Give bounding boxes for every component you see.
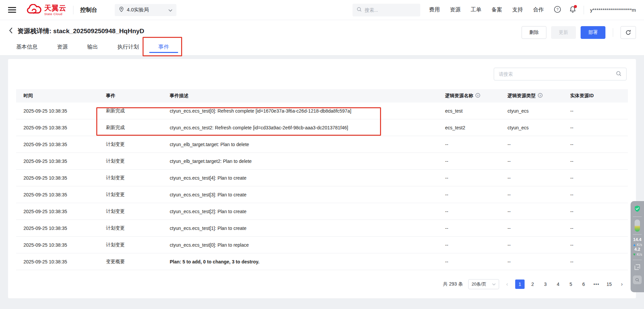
menu-item-tickets[interactable]: 工单 [471, 6, 481, 13]
column-header-time: 时间 [16, 93, 99, 99]
cell-description: ctyun_elb_target.target: Plan to delete [162, 142, 438, 147]
cell-type: -- [500, 242, 563, 248]
page-button-5[interactable]: 5 [566, 280, 576, 289]
chevron-down-icon [492, 283, 496, 286]
brand-name: 天翼云 State Cloud [44, 4, 66, 16]
cell-type: -- [500, 192, 563, 197]
cell-id: -- [563, 259, 628, 264]
cell-event: 计划变更 [99, 225, 162, 231]
page: 天翼云 State Cloud 控制台 4.0实验局 [0, 0, 644, 309]
notification-badge [574, 5, 577, 8]
help-circle-icon[interactable]: ? [538, 93, 543, 99]
delete-button[interactable]: 删除 [522, 26, 546, 39]
side-monitor-widget: 14.4 ▲K/s 4.2 ▼K/s [631, 201, 644, 292]
table-row: 2025-09-25 10:38:35变更概要Plan: 5 to add, 0… [16, 253, 628, 270]
screenshot-crop-icon[interactable] [634, 263, 641, 272]
cell-type: -- [500, 175, 563, 181]
tab-events[interactable]: 事件 [158, 39, 169, 55]
cell-description: ctyun_elb_target.target2: Plan to delete [162, 159, 438, 164]
cell-name: -- [438, 142, 500, 147]
page-button-3[interactable]: 3 [541, 280, 550, 289]
region-selector[interactable]: 4.0实验局 [115, 4, 176, 16]
cell-id: -- [563, 125, 628, 130]
table-row: 2025-09-25 10:38:35计划变更ctyun_elb_target.… [16, 153, 628, 170]
pagination-total: 共 293 条 [443, 281, 463, 287]
events-table: 时间 事件 事件描述 逻辑资源名称 ? 逻辑资源类型 ? 实体资源ID 202 [16, 89, 628, 270]
cell-id: -- [563, 192, 628, 197]
menu-item-filing[interactable]: 备案 [491, 6, 502, 13]
cell-time: 2025-09-25 10:38:35 [16, 159, 99, 164]
up-arrow-icon: ▲ [633, 243, 636, 247]
status-capsule-icon[interactable] [635, 220, 640, 232]
menu-item-resources[interactable]: 资源 [450, 6, 461, 13]
table-header-row: 时间 事件 事件描述 逻辑资源名称 ? 逻辑资源类型 ? 实体资源ID [16, 89, 628, 103]
back-icon[interactable] [9, 27, 13, 35]
shield-check-icon[interactable] [634, 205, 641, 214]
page-button-15[interactable]: 15 [604, 280, 614, 289]
cell-type: ctyun_ecs [500, 125, 563, 130]
cell-name: -- [438, 175, 500, 181]
console-label[interactable]: 控制台 [80, 6, 97, 14]
cell-id: -- [563, 159, 628, 164]
update-button[interactable]: 更新 [551, 26, 576, 39]
global-search-input[interactable] [365, 7, 412, 13]
cell-time: 2025-09-25 10:38:35 [16, 175, 99, 181]
global-search[interactable] [353, 4, 420, 16]
menu-item-support[interactable]: 支持 [512, 6, 523, 13]
cell-type: ctyun_ecs [500, 108, 563, 114]
page-size-select[interactable]: 20条/页 [468, 279, 499, 289]
help-icon[interactable]: ? [554, 6, 561, 14]
page-button-4[interactable]: 4 [553, 280, 563, 289]
cell-id: -- [563, 175, 628, 181]
tab-exec-plan[interactable]: 执行计划 [117, 39, 139, 55]
cell-description: ctyun_ecs.ecs_test[4]: Plan to create [162, 175, 438, 181]
table-search[interactable] [494, 68, 627, 80]
menu-item-cooperation[interactable]: 合作 [533, 6, 544, 13]
tab-resources[interactable]: 资源 [57, 39, 68, 55]
prev-page-button[interactable]: ‹ [503, 281, 511, 287]
cell-type: -- [500, 159, 563, 164]
table-body: 2025-09-25 10:38:35刷新完成ctyun_ecs.ecs_tes… [16, 103, 628, 270]
cell-event: 计划变更 [99, 141, 162, 147]
cell-event: 计划变更 [99, 208, 162, 214]
pagination: 共 293 条 20条/页 ‹ 123456•••15 › [443, 279, 626, 289]
down-arrow-icon: ▼ [633, 252, 636, 257]
magnifier-button[interactable] [633, 275, 642, 284]
cell-description: ctyun_ecs.ecs_test[2]: Plan to create [162, 209, 438, 214]
next-page-button[interactable]: › [618, 281, 626, 287]
tab-outputs[interactable]: 输出 [87, 39, 98, 55]
cell-description: ctyun_ecs.ecs_test[3]: Plan to create [162, 192, 438, 197]
notification-bell-icon[interactable] [569, 6, 576, 14]
cell-name: -- [438, 192, 500, 197]
page-button-6[interactable]: 6 [579, 280, 588, 289]
cloud-logo-icon [26, 4, 42, 16]
cell-time: 2025-09-25 10:38:35 [16, 125, 99, 130]
cell-description: Plan: 5 to add, 0 to change, 3 to destro… [162, 259, 438, 264]
brand-logo[interactable]: 天翼云 State Cloud [26, 4, 66, 16]
table-search-input[interactable] [499, 71, 616, 77]
region-label: 4.0实验局 [127, 7, 166, 13]
search-icon[interactable] [616, 71, 622, 78]
tab-basic-info[interactable]: 基本信息 [16, 39, 38, 55]
menu-item-billing[interactable]: 费用 [429, 6, 440, 13]
page-button-2[interactable]: 2 [528, 280, 537, 289]
account-username[interactable]: y********************m [590, 7, 636, 13]
page-size-value: 20条/页 [472, 281, 490, 287]
cell-time: 2025-09-25 10:38:35 [16, 192, 99, 197]
brand-name-en: State Cloud [44, 12, 66, 16]
cell-name: -- [438, 242, 500, 248]
deploy-button[interactable]: 部署 [581, 26, 605, 39]
cell-description: ctyun_ecs.ecs_test2: Refresh complete [i… [162, 125, 438, 130]
chevron-down-icon [168, 7, 172, 13]
download-speed-value: 4.2 [634, 247, 640, 252]
hamburger-menu-icon[interactable] [8, 7, 16, 13]
help-circle-icon[interactable]: ? [475, 93, 480, 99]
refresh-button[interactable] [621, 26, 636, 39]
page-ellipsis: ••• [592, 280, 601, 289]
table-row: 2025-09-25 10:38:35计划变更ctyun_elb_target.… [16, 136, 628, 153]
column-header-logical-type: 逻辑资源类型 ? [500, 93, 563, 99]
page-header: 资源栈详情: stack_202509250948_HqHnyD 删除 更新 部… [0, 20, 644, 56]
events-panel: 时间 事件 事件描述 逻辑资源名称 ? 逻辑资源类型 ? 实体资源ID 202 [8, 59, 636, 298]
location-pin-icon [119, 6, 124, 14]
page-button-1[interactable]: 1 [515, 280, 525, 289]
